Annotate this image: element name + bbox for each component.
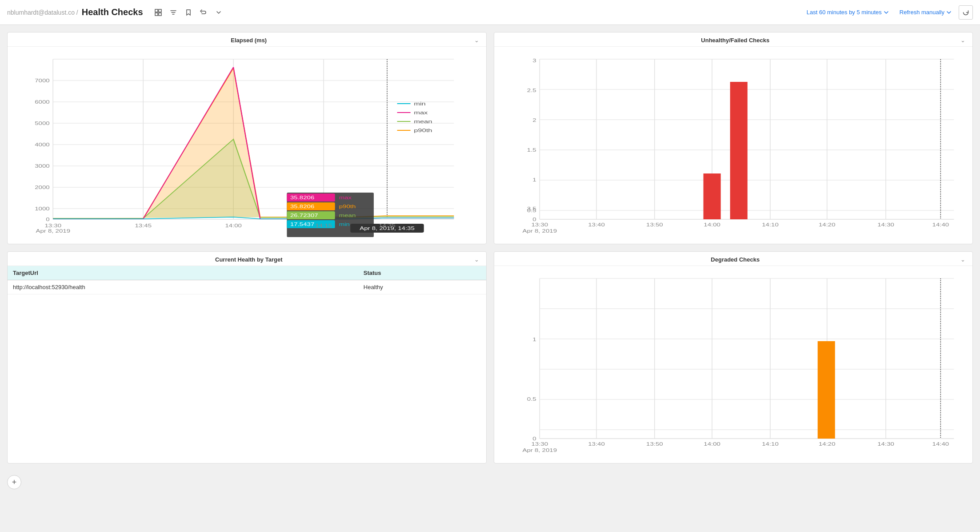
svg-text:14:00: 14:00	[225, 223, 242, 229]
svg-text:0.5: 0.5	[527, 397, 536, 402]
undo-icon[interactable]	[197, 6, 210, 19]
svg-text:Apr 8, 2019: Apr 8, 2019	[522, 448, 557, 453]
status-header: Status	[358, 266, 486, 280]
header-toolbar	[152, 6, 225, 19]
svg-text:17.5437: 17.5437	[290, 222, 314, 227]
breadcrumb: nblumhardt@datalust.co /	[7, 9, 78, 16]
svg-text:13:30: 13:30	[531, 222, 548, 228]
target-url-cell: http://localhost:52930/health	[8, 280, 358, 294]
elapsed-collapse-icon[interactable]: ⌄	[474, 37, 479, 44]
target-url-header: TargetUrl	[8, 266, 358, 280]
filter-icon[interactable]	[167, 6, 180, 19]
svg-text:13:40: 13:40	[588, 442, 605, 447]
svg-text:14:30: 14:30	[877, 442, 894, 447]
svg-text:Apr 8, 2019: Apr 8, 2019	[36, 229, 70, 234]
unhealthy-panel-body: 0 0.5 1 1.5 2 2.5 3 3.5	[494, 47, 973, 244]
svg-text:3000: 3000	[35, 164, 49, 169]
degraded-panel-title: Degraded Checks	[510, 256, 961, 263]
svg-text:13:40: 13:40	[588, 222, 605, 228]
elapsed-panel-title: Elapsed (ms)	[24, 37, 474, 44]
add-panel-button[interactable]: +	[7, 475, 21, 489]
svg-rect-82	[730, 82, 747, 219]
svg-text:1: 1	[532, 177, 536, 183]
bottom-bar: +	[0, 471, 980, 494]
svg-text:35.8206: 35.8206	[290, 195, 314, 201]
unhealthy-panel-header: Unhealthy/Failed Checks ⌄	[494, 32, 973, 47]
table-row: http://localhost:52930/health Healthy	[8, 280, 486, 294]
svg-text:14:10: 14:10	[762, 222, 779, 228]
svg-text:26.72307: 26.72307	[290, 213, 318, 218]
svg-text:1000: 1000	[35, 206, 49, 212]
health-table-panel-body: TargetUrl Status http://localhost:52930/…	[8, 266, 486, 294]
svg-marker-26	[53, 68, 454, 218]
svg-text:7000: 7000	[35, 78, 49, 84]
svg-text:13:30: 13:30	[44, 223, 61, 229]
svg-rect-110	[817, 341, 835, 439]
svg-text:max: max	[414, 110, 428, 116]
svg-text:13:50: 13:50	[646, 442, 663, 447]
unhealthy-panel: Unhealthy/Failed Checks ⌄ 0 0.5 1	[494, 32, 973, 244]
svg-text:6000: 6000	[35, 100, 49, 105]
unhealthy-collapse-icon[interactable]: ⌄	[960, 37, 965, 44]
svg-text:14:30: 14:30	[877, 222, 894, 228]
health-table-panel: Current Health by Target ⌄ TargetUrl Sta…	[7, 251, 487, 463]
health-table-panel-title: Current Health by Target	[24, 256, 474, 263]
svg-rect-1	[159, 9, 161, 12]
svg-text:13:50: 13:50	[646, 222, 663, 228]
time-range-button[interactable]: Last 60 minutes by 5 minutes	[803, 7, 892, 17]
elapsed-panel: Elapsed (ms) ⌄ 0 1000	[7, 32, 487, 244]
health-table-collapse-icon[interactable]: ⌄	[474, 256, 479, 263]
svg-text:2.5: 2.5	[527, 88, 536, 93]
svg-text:p90th: p90th	[339, 204, 356, 210]
svg-rect-81	[703, 173, 720, 219]
svg-text:1.5: 1.5	[527, 148, 536, 153]
svg-text:max: max	[339, 195, 352, 201]
time-range-label: Last 60 minutes by 5 minutes	[807, 9, 882, 16]
svg-text:5000: 5000	[35, 121, 49, 126]
svg-text:14:00: 14:00	[704, 222, 720, 228]
refresh-manually-button[interactable]: Refresh manually	[896, 7, 955, 17]
svg-text:2: 2	[532, 118, 536, 123]
svg-text:14:35: 14:35	[379, 223, 396, 229]
svg-text:min: min	[339, 222, 350, 227]
degraded-panel-header: Degraded Checks ⌄	[494, 252, 973, 266]
svg-text:35.8206: 35.8206	[290, 204, 314, 210]
svg-text:3: 3	[532, 58, 536, 64]
add-panel-icon: +	[12, 478, 17, 487]
svg-text:min: min	[414, 101, 426, 107]
svg-text:14:15: 14:15	[315, 223, 332, 229]
svg-text:3.5: 3.5	[527, 206, 536, 212]
svg-text:1: 1	[532, 337, 536, 343]
svg-rect-2	[155, 13, 158, 16]
elapsed-chart: 0 1000 2000 3000 4000 5000 6000 7000	[13, 50, 481, 238]
unhealthy-chart: 0 0.5 1 1.5 2 2.5 3 3.5	[500, 50, 968, 238]
svg-text:14:20: 14:20	[818, 222, 835, 228]
svg-text:4000: 4000	[35, 142, 49, 148]
header: nblumhardt@datalust.co / Health Checks L…	[0, 0, 980, 25]
refresh-label: Refresh manually	[900, 9, 944, 16]
main-content: Elapsed (ms) ⌄ 0 1000	[0, 25, 980, 471]
header-right: Last 60 minutes by 5 minutes Refresh man…	[803, 5, 973, 20]
svg-text:0: 0	[532, 436, 536, 442]
degraded-panel: Degraded Checks ⌄ 0 0.5 1	[494, 251, 973, 463]
chevron-down-icon[interactable]	[212, 6, 225, 19]
health-data-table: TargetUrl Status http://localhost:52930/…	[8, 266, 486, 294]
svg-text:0: 0	[532, 217, 536, 222]
degraded-collapse-icon[interactable]: ⌄	[960, 256, 965, 263]
degraded-panel-body: 0 0.5 1 13:30 13:40	[494, 266, 973, 463]
svg-text:14:20: 14:20	[818, 442, 835, 447]
svg-text:Apr 8, 2019: Apr 8, 2019	[522, 229, 557, 234]
status-cell: Healthy	[358, 280, 486, 294]
refresh-icon-button[interactable]	[959, 5, 973, 20]
svg-text:14:40: 14:40	[932, 442, 949, 447]
degraded-chart: 0 0.5 1 13:30 13:40	[500, 270, 968, 458]
elapsed-panel-body: 0 1000 2000 3000 4000 5000 6000 7000	[8, 47, 486, 244]
svg-rect-3	[159, 13, 161, 16]
svg-text:13:45: 13:45	[135, 223, 152, 229]
svg-text:14:00: 14:00	[704, 442, 720, 447]
grid-icon[interactable]	[152, 6, 164, 19]
health-table-panel-header: Current Health by Target ⌄	[8, 252, 486, 266]
svg-text:14:10: 14:10	[762, 442, 779, 447]
bookmark-icon[interactable]	[182, 6, 195, 19]
page-title: Health Checks	[82, 7, 143, 17]
